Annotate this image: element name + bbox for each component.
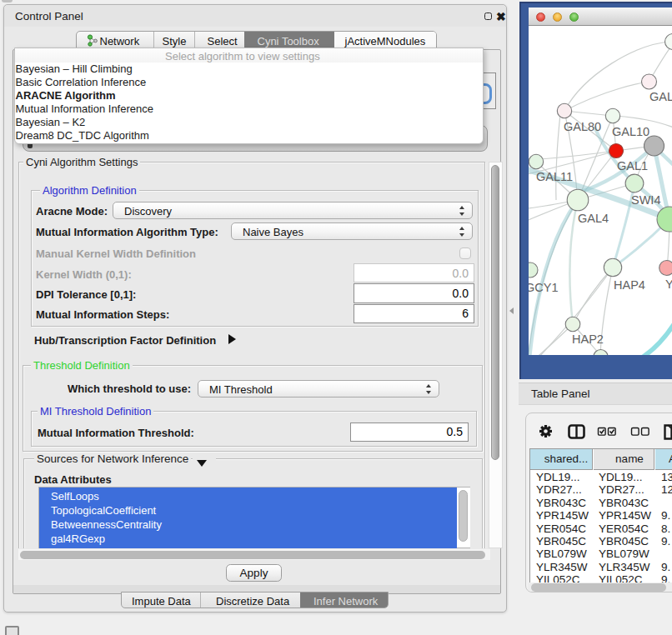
svg-text:GAL4: GAL4 (578, 212, 609, 225)
svg-text:GAL7: GAL7 (649, 90, 672, 103)
svg-text:GAL10: GAL10 (612, 125, 649, 138)
svg-text:GAL11: GAL11 (536, 170, 573, 183)
svg-text:HAP4: HAP4 (614, 278, 645, 292)
svg-text:GAL1: GAL1 (617, 159, 648, 172)
svg-text:SWI4: SWI4 (631, 193, 660, 207)
svg-text:GCY1: GCY1 (529, 281, 559, 294)
svg-text:HAP2: HAP2 (572, 332, 604, 346)
svg-text:Y: Y (665, 278, 672, 291)
svg-text:GAL80: GAL80 (564, 120, 601, 133)
